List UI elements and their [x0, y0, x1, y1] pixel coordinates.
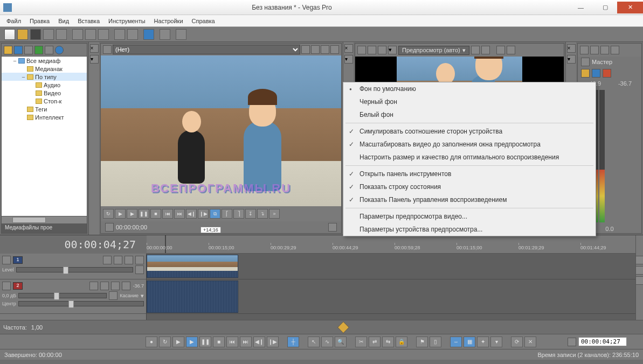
expand-panel-icon-3[interactable]: ▾	[567, 55, 576, 64]
master-solo-icon[interactable]	[603, 69, 611, 78]
trimmer-del-icon[interactable]	[321, 45, 329, 54]
master-meter-icon[interactable]	[611, 46, 619, 54]
expand-panel-icon-2[interactable]: ▾	[344, 55, 353, 64]
pv-copy-icon[interactable]	[496, 46, 505, 54]
context-menu-item[interactable]: Симулировать соотношение сторон устройст…	[343, 125, 596, 138]
tl-tool-1[interactable]	[635, 256, 644, 264]
main-end-icon[interactable]: ⏭	[240, 337, 252, 347]
remove-icon[interactable]	[45, 46, 53, 54]
track2-mute-icon[interactable]	[100, 282, 109, 290]
tool-slip-icon[interactable]: ⇆	[382, 337, 394, 347]
refresh-icon[interactable]	[34, 46, 43, 54]
close-panel-icon[interactable]: ×	[90, 44, 99, 53]
loop-play-icon[interactable]: ↻	[159, 337, 171, 347]
maximize-button[interactable]: ▢	[593, 2, 617, 13]
pause-icon[interactable]: ❚❚	[139, 209, 149, 219]
context-menu-item[interactable]: Показать строку состояния	[343, 180, 596, 193]
menu-insert[interactable]: Вставка	[73, 16, 104, 26]
auto-ripple-icon[interactable]: ⟳	[511, 337, 523, 347]
video-level-slider[interactable]	[16, 267, 133, 272]
snap-enable-icon[interactable]: ↔	[450, 337, 462, 347]
go-end-icon[interactable]: ⏭	[174, 209, 185, 219]
add-video-icon[interactable]: ⧉	[210, 209, 220, 219]
tree-item[interactable]: Аудио	[2, 81, 87, 89]
context-menu-item[interactable]: Параметры устройства предпросмотра...	[343, 223, 596, 236]
clip-select[interactable]: (Нет)	[113, 45, 300, 54]
scrub-handle-icon[interactable]	[337, 321, 350, 333]
help-icon[interactable]	[176, 29, 186, 40]
redo-icon[interactable]	[127, 29, 138, 40]
play-all-icon[interactable]: ▶	[172, 337, 184, 347]
cut-icon[interactable]	[72, 29, 83, 40]
tree-item[interactable]: Интеллект	[2, 113, 87, 121]
save-icon[interactable]	[30, 29, 41, 40]
context-menu-item[interactable]: Параметры предпросмотра видео...	[343, 210, 596, 223]
track-solo-icon[interactable]	[125, 256, 133, 264]
tool-zoom-icon[interactable]: 🔍	[335, 337, 347, 347]
transport-timecode[interactable]	[578, 337, 627, 346]
master-mute-icon[interactable]	[592, 69, 600, 78]
menu-view[interactable]: Вид	[54, 16, 73, 26]
media-tree[interactable]: −Все медиафМедианак−По типуАудиоВидеоСто…	[2, 57, 87, 216]
menu-help[interactable]: Справка	[188, 16, 219, 26]
tree-item[interactable]: Стоп-к	[2, 97, 87, 105]
insert-icon[interactable]: ↧	[245, 209, 256, 219]
tool-select-icon[interactable]: ↖	[308, 337, 320, 347]
track-mute-icon[interactable]	[114, 256, 122, 264]
track2-arm-icon[interactable]	[89, 282, 98, 290]
tree-scrollbar[interactable]	[2, 216, 87, 223]
close-button[interactable]: ✕	[617, 2, 643, 13]
track-fx-icon[interactable]	[2, 256, 11, 264]
tl-tool-3[interactable]	[635, 276, 644, 285]
context-menu-item[interactable]: Масштабировать видео до заполнения окна …	[343, 138, 596, 151]
master-out-icon[interactable]	[580, 46, 589, 54]
context-menu-item[interactable]: Настроить размер и качество для оптималь…	[343, 151, 596, 164]
trimmer-fx-icon[interactable]	[301, 45, 310, 54]
track2-fx-icon[interactable]	[2, 282, 11, 290]
mark-out-icon[interactable]: ⎤	[233, 209, 244, 219]
menu-tools[interactable]: Инструменты	[104, 16, 150, 26]
pan-slider[interactable]	[18, 301, 144, 306]
main-play-icon[interactable]: ▶	[186, 337, 198, 347]
menu-edit[interactable]: Правка	[25, 16, 54, 26]
tree-item[interactable]: Теги	[2, 105, 87, 113]
open-icon[interactable]	[17, 29, 28, 40]
pv-overlay-icon[interactable]	[481, 46, 490, 54]
stop-icon[interactable]: ■	[150, 209, 161, 219]
trimmer-marker-icon[interactable]	[328, 223, 337, 232]
trimmer-menu-icon[interactable]	[103, 45, 112, 54]
expand-panel-icon[interactable]: ▾	[90, 55, 99, 64]
mark-in-icon[interactable]: ⎡	[222, 209, 232, 219]
play-icon[interactable]: ▶	[115, 209, 126, 219]
pv-split-icon[interactable]	[378, 46, 386, 54]
video-track-header[interactable]: 1 Level	[0, 254, 146, 279]
pv-save-icon[interactable]	[507, 46, 515, 54]
fx-icon[interactable]	[4, 46, 12, 54]
master-dim-icon[interactable]	[600, 46, 609, 54]
pv-grid-icon[interactable]	[471, 46, 480, 54]
track2-phase-icon[interactable]	[122, 282, 130, 290]
record-icon[interactable]: ●	[146, 337, 157, 347]
trimmer-pin-icon[interactable]	[311, 45, 320, 54]
preview-quality-dropdown[interactable]: Предпросмотр (авто) ▾	[398, 46, 469, 55]
tree-item[interactable]: Медианак	[2, 65, 87, 73]
pv-fx-icon[interactable]	[357, 46, 366, 54]
audio-track-header[interactable]: 2 -36.7 0,0 дБ Касание ▾ Центр	[0, 279, 146, 314]
context-menu-item[interactable]: Черный фон	[343, 95, 596, 108]
tree-item[interactable]: −По типу	[2, 73, 87, 81]
video-track[interactable]	[147, 254, 635, 279]
auto-crossfade-icon[interactable]: ✕	[524, 337, 536, 347]
context-menu-item[interactable]: Фон по умолчанию	[343, 82, 596, 95]
tl-tool-2[interactable]	[635, 266, 644, 275]
master-bus-icon[interactable]	[590, 46, 599, 54]
region-icon[interactable]: ▯	[430, 337, 441, 347]
menu-settings[interactable]: Настройки	[150, 16, 188, 26]
context-menu-item[interactable]: Показать Панель управления воспроизведен…	[343, 193, 596, 206]
go-start-icon[interactable]: ⏮	[162, 209, 173, 219]
master-fx-icon[interactable]	[581, 69, 590, 78]
timeline-ruler[interactable]: +14;16 00:00:00;0000:00:15;0000:00:29;29…	[147, 235, 635, 254]
more-icon[interactable]: »	[269, 209, 280, 219]
overwrite-icon[interactable]: ↴	[257, 209, 268, 219]
marker-icon[interactable]: ⚑	[416, 337, 428, 347]
main-next-icon[interactable]: ❙▶	[267, 337, 279, 347]
